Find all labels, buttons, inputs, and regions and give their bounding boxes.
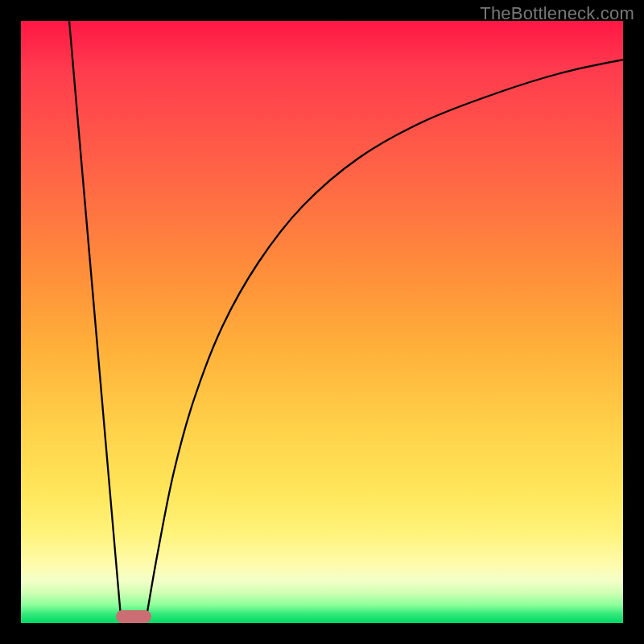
right-curve — [147, 60, 623, 617]
outer-frame: TheBottleneck.com — [0, 0, 644, 644]
plot-area — [21, 21, 623, 623]
curve-svg — [21, 21, 623, 623]
left-line — [69, 21, 121, 617]
notch-marker — [116, 610, 151, 623]
